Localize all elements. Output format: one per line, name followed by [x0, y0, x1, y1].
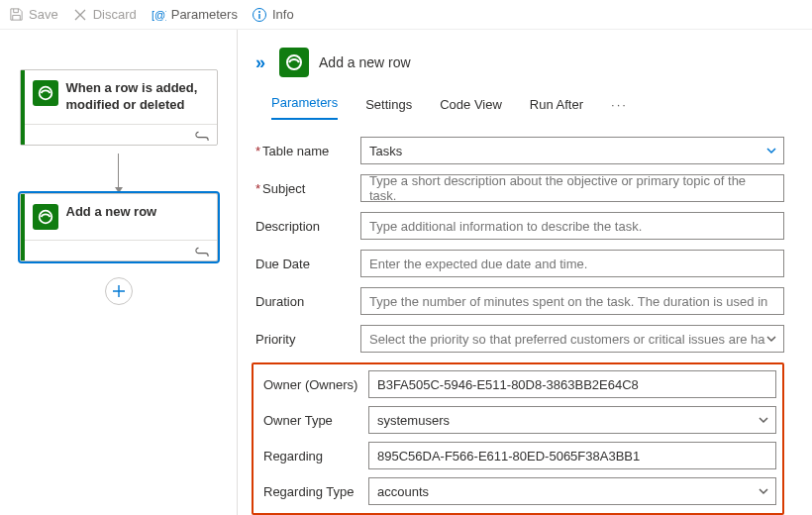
flow-connector: [12, 154, 225, 193]
parameters-button[interactable]: [@] Parameters: [151, 7, 238, 23]
duration-label: Duration: [252, 294, 360, 309]
regardingtype-label: Regarding Type: [259, 484, 368, 499]
discard-icon: [72, 7, 88, 23]
tab-codeview[interactable]: Code View: [440, 97, 502, 120]
svg-rect-3: [258, 14, 259, 19]
tablename-select[interactable]: Tasks: [360, 137, 784, 164]
regarding-label: Regarding: [259, 449, 368, 464]
trigger-card[interactable]: When a row is added, modified or deleted: [20, 69, 218, 146]
info-label: Info: [272, 7, 294, 22]
info-icon: [252, 7, 267, 23]
owner-label: Owner (Owners): [259, 377, 368, 392]
dataverse-icon: [279, 48, 309, 77]
description-label: Description: [252, 219, 360, 234]
discard-label: Discard: [93, 7, 137, 22]
svg-point-2: [258, 11, 260, 13]
tab-runafter[interactable]: Run After: [530, 97, 583, 120]
chevron-down-icon: [765, 145, 777, 156]
details-panel: » Add a new row Parameters Settings Code…: [238, 30, 812, 515]
duration-input[interactable]: Type the number of minutes spent on the …: [360, 287, 784, 315]
dataverse-icon: [33, 80, 58, 106]
card-accent: [21, 70, 25, 145]
tab-overflow[interactable]: ···: [611, 97, 628, 120]
parameters-form: *Table name Tasks *Subject Type a short …: [242, 121, 794, 515]
ownertype-select[interactable]: systemusers: [368, 406, 776, 434]
priority-select[interactable]: Select the priority so that preferred cu…: [360, 325, 784, 353]
priority-label: Priority: [252, 332, 360, 347]
discard-button: Discard: [72, 7, 137, 23]
tablename-label: *Table name: [252, 144, 360, 158]
panel-title: Add a new row: [319, 54, 411, 70]
save-icon: [8, 7, 24, 23]
description-input[interactable]: Type additional information to describe …: [360, 212, 784, 240]
parameters-icon: [@]: [151, 7, 166, 23]
subject-label: *Subject: [252, 181, 360, 196]
panel-tabs: Parameters Settings Code View Run After …: [242, 77, 794, 121]
regardingtype-select[interactable]: accounts: [368, 477, 776, 505]
chevron-down-icon: [758, 414, 769, 426]
subject-input[interactable]: Type a short description about the objec…: [360, 174, 784, 202]
card-accent: [21, 194, 25, 260]
top-toolbar: Save Discard [@] Parameters Info: [0, 0, 812, 30]
action-card[interactable]: Add a new row: [20, 193, 218, 261]
action-title: Add a new row: [66, 204, 157, 221]
duedate-input[interactable]: Enter the expected due date and time.: [360, 250, 784, 277]
parameters-label: Parameters: [171, 7, 238, 22]
svg-text:[@]: [@]: [152, 9, 166, 21]
add-step-button[interactable]: [105, 277, 133, 305]
save-button: Save: [8, 7, 58, 23]
flow-canvas: When a row is added, modified or deleted…: [0, 30, 238, 515]
info-button[interactable]: Info: [252, 7, 294, 23]
link-icon: [195, 245, 209, 257]
highlighted-fields: Owner (Owners) B3FA505C-5946-E511-80D8-3…: [252, 362, 784, 515]
regarding-input[interactable]: 895C56DA-F566-E611-80ED-5065F38A3BB1: [368, 442, 776, 469]
tab-parameters[interactable]: Parameters: [271, 95, 338, 120]
plus-icon: [112, 284, 126, 298]
duedate-label: Due Date: [252, 257, 360, 271]
tab-settings[interactable]: Settings: [365, 97, 412, 120]
trigger-title: When a row is added, modified or deleted: [66, 80, 207, 114]
owner-input[interactable]: B3FA505C-5946-E511-80D8-3863BB2E64C8: [368, 370, 776, 398]
save-label: Save: [29, 7, 58, 22]
ownertype-label: Owner Type: [259, 413, 368, 428]
dataverse-icon: [33, 204, 58, 230]
link-icon: [195, 129, 209, 141]
chevron-down-icon: [765, 333, 777, 345]
collapse-panel-button[interactable]: »: [255, 52, 269, 73]
chevron-down-icon: [758, 485, 769, 497]
